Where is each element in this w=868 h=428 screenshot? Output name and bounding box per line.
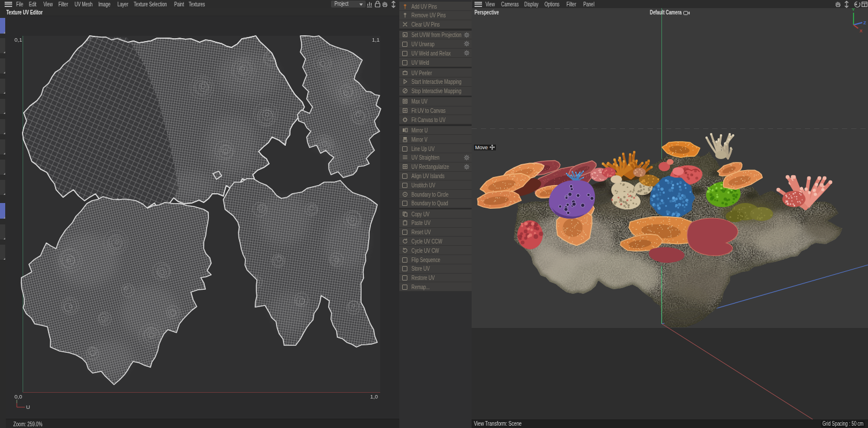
svg-text:1,1: 1,1 (372, 36, 380, 43)
svg-text:1,0: 1,0 (370, 393, 378, 400)
svg-text:Y: Y (852, 8, 855, 12)
svg-text:X: X (859, 28, 863, 34)
svg-text:Z: Z (863, 20, 866, 25)
svg-text:U: U (26, 404, 30, 410)
svg-text:0,1: 0,1 (14, 36, 22, 43)
svg-text:0,0: 0,0 (14, 393, 22, 400)
